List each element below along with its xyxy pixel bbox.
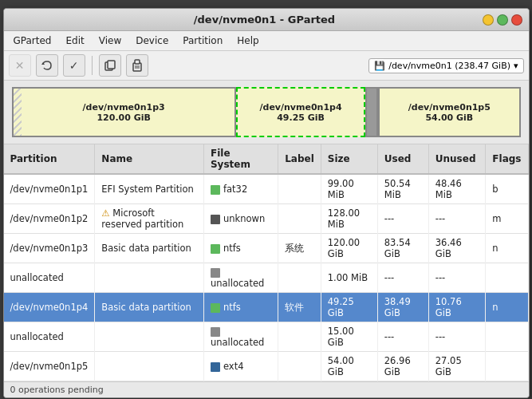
cell-partition: /dev/nvme0n1p2 (4, 204, 95, 234)
cell-flags: n (486, 234, 528, 263)
disk-p4-size: 49.25 GiB (277, 113, 325, 123)
table-header-row: Partition Name File System Label Size Us… (4, 144, 529, 174)
menu-view[interactable]: View (93, 33, 128, 49)
cell-label (278, 352, 321, 381)
table-row[interactable]: unallocatedunallocated15.00 GiB------ (4, 322, 529, 352)
undo-button[interactable] (36, 54, 58, 77)
table-row[interactable]: /dev/nvme0n1p1EFI System Partitionfat329… (4, 174, 529, 204)
disk-p5-label: /dev/nvme0n1p5 (408, 102, 491, 113)
cell-unused: 48.46 MiB (428, 174, 486, 204)
col-size: Size (321, 144, 377, 174)
window-title: /dev/nvme0n1 - GParted (47, 14, 483, 26)
table-row[interactable]: unallocatedunallocated1.00 MiB------ (4, 263, 529, 293)
cell-unused: --- (428, 263, 486, 293)
cell-label (278, 204, 321, 234)
cell-name (95, 263, 204, 293)
partition-table-area: Partition Name File System Label Size Us… (4, 144, 529, 381)
titlebar: /dev/nvme0n1 - GParted (4, 9, 529, 31)
status-text: 0 operations pending (10, 385, 104, 395)
toolbar: ✕ ✓ 💾 /dev/nvme0n1 (238.47 Gi (4, 51, 529, 81)
cell-name: ⚠ Microsoft reserved partition (95, 204, 204, 234)
svg-rect-2 (108, 61, 115, 69)
menu-edit[interactable]: Edit (60, 33, 91, 49)
col-name: Name (95, 144, 204, 174)
delete-button[interactable]: ✕ (9, 54, 31, 77)
cell-label: 软件 (278, 293, 321, 322)
cell-filesystem: ext4 (203, 352, 278, 381)
titlebar-buttons (483, 14, 522, 26)
main-window: /dev/nvme0n1 - GParted GParted Edit View… (3, 8, 530, 398)
disk-partition-p5[interactable]: /dev/nvme0n1p5 54.00 GiB (378, 87, 520, 137)
cell-label (278, 322, 321, 352)
col-flags: Flags (486, 144, 528, 174)
cell-name (95, 322, 204, 352)
cell-name (95, 352, 204, 381)
cell-unused: --- (428, 322, 486, 352)
cell-partition: /dev/nvme0n1p3 (4, 234, 95, 263)
cell-partition: /dev/nvme0n1p5 (4, 352, 95, 381)
cell-filesystem: ntfs (203, 234, 278, 263)
close-button[interactable] (511, 14, 522, 26)
cell-partition: /dev/nvme0n1p1 (4, 174, 95, 204)
cell-unused: 36.46 GiB (428, 234, 486, 263)
disk-p4-label: /dev/nvme0n1p4 (259, 102, 341, 113)
cell-size: 99.00 MiB (321, 174, 377, 204)
cell-filesystem: unallocated (203, 263, 278, 293)
col-filesystem: File System (203, 144, 278, 174)
cell-used: --- (377, 204, 428, 234)
cell-partition: /dev/nvme0n1p4 (4, 293, 95, 322)
cell-partition: unallocated (4, 322, 95, 352)
disk-partition-p3[interactable]: /dev/nvme0n1p3 120.00 GiB (12, 87, 236, 137)
table-row[interactable]: /dev/nvme0n1p4Basic data partitionntfs软件… (4, 293, 529, 322)
table-row[interactable]: /dev/nvme0n1p5ext454.00 GiB26.96 GiB27.0… (4, 352, 529, 381)
cell-unused: 10.76 GiB (428, 293, 486, 322)
col-used: Used (377, 144, 428, 174)
table-row[interactable]: /dev/nvme0n1p3Basic data partitionntfs系统… (4, 234, 529, 263)
copy-button[interactable] (99, 54, 121, 77)
paste-button[interactable] (126, 54, 148, 77)
cell-size: 120.00 GiB (321, 234, 377, 263)
disk-p3-size: 120.00 GiB (97, 113, 150, 123)
cell-name: Basic data partition (95, 293, 204, 322)
table-row[interactable]: /dev/nvme0n1p2⚠ Microsoft reserved parti… (4, 204, 529, 234)
device-selector[interactable]: 💾 /dev/nvme0n1 (238.47 GiB) ▾ (368, 58, 523, 73)
cell-filesystem: unallocated (203, 322, 278, 352)
device-label: /dev/nvme0n1 (238.47 GiB) (388, 61, 510, 71)
cell-size: 1.00 MiB (321, 263, 377, 293)
cell-filesystem: fat32 (203, 174, 278, 204)
cell-partition: unallocated (4, 263, 95, 293)
cell-used: 38.49 GiB (377, 293, 428, 322)
cell-size: 54.00 GiB (321, 352, 377, 381)
apply-button[interactable]: ✓ (63, 54, 85, 77)
cell-flags (486, 352, 528, 381)
cell-flags (486, 322, 528, 352)
cell-name: EFI System Partition (95, 174, 204, 204)
cell-flags: m (486, 204, 528, 234)
statusbar: 0 operations pending (4, 381, 529, 397)
cell-filesystem: unknown (203, 204, 278, 234)
cell-unused: 27.05 GiB (428, 352, 486, 381)
cell-used: --- (377, 263, 428, 293)
disk-partition-p4[interactable]: /dev/nvme0n1p4 49.25 GiB (236, 87, 365, 137)
cell-label (278, 174, 321, 204)
device-icon: 💾 (374, 61, 385, 71)
menu-help[interactable]: Help (231, 33, 265, 49)
cell-flags: n (486, 293, 528, 322)
svg-rect-4 (135, 60, 140, 64)
col-partition: Partition (4, 144, 95, 174)
minimize-button[interactable] (483, 14, 494, 26)
disk-p3-label: /dev/nvme0n1p3 (83, 102, 165, 113)
partition-table: Partition Name File System Label Size Us… (4, 144, 529, 381)
menubar: GParted Edit View Device Partition Help (4, 31, 529, 51)
menu-device[interactable]: Device (129, 33, 175, 49)
maximize-button[interactable] (497, 14, 508, 26)
menu-gparted[interactable]: GParted (7, 33, 58, 49)
disk-p5-size: 54.00 GiB (425, 113, 473, 123)
menu-partition[interactable]: Partition (176, 33, 229, 49)
device-dropdown-icon: ▾ (514, 61, 518, 71)
cell-filesystem: ntfs (203, 293, 278, 322)
cell-label: 系统 (278, 234, 321, 263)
toolbar-separator-1 (92, 56, 93, 75)
disk-visual: /dev/nvme0n1p3 120.00 GiB /dev/nvme0n1p4… (4, 81, 529, 144)
cell-used: 50.54 MiB (377, 174, 428, 204)
